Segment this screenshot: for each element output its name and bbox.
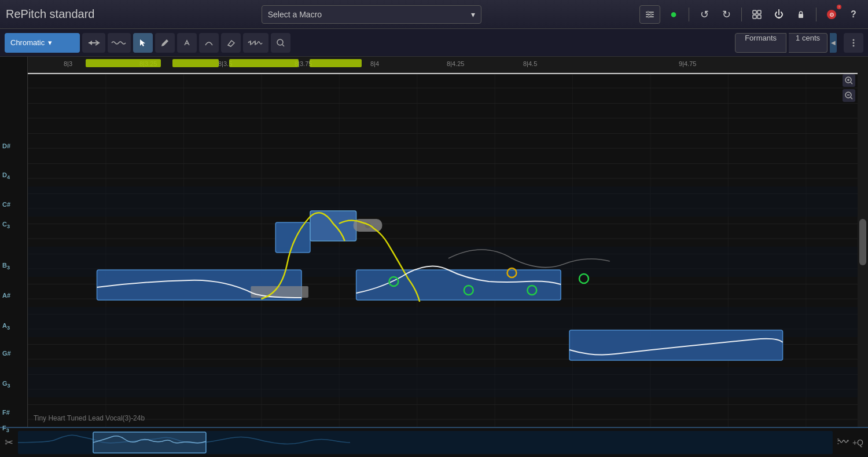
svg-rect-10 bbox=[757, 10, 761, 14]
lock-icon bbox=[796, 10, 806, 19]
center-line bbox=[28, 73, 858, 74]
mark-8-3: 8|3 bbox=[64, 60, 72, 67]
macro-settings-button[interactable] bbox=[639, 5, 660, 24]
pitch-label-b3: B3 bbox=[2, 262, 10, 270]
pitch-label-as: A# bbox=[2, 292, 10, 299]
waveform-icon bbox=[111, 38, 128, 47]
pitch-label-fs: F# bbox=[2, 409, 10, 416]
pitch-label-a3: A3 bbox=[2, 322, 10, 331]
pitch-label-ds: D# bbox=[2, 142, 10, 149]
follow-icon bbox=[87, 38, 100, 47]
scissors-button[interactable]: ✂ bbox=[5, 436, 13, 449]
note-block-3[interactable] bbox=[310, 211, 356, 241]
search-icon bbox=[276, 38, 285, 47]
waveform-button[interactable] bbox=[108, 33, 131, 53]
svg-point-21 bbox=[853, 42, 855, 43]
curve-tool-button[interactable] bbox=[199, 33, 219, 53]
zoom-out-icon bbox=[845, 92, 853, 100]
help-button[interactable]: ? bbox=[845, 6, 862, 23]
pitch-label-f3: F3 bbox=[2, 425, 9, 433]
pen-tool-button[interactable] bbox=[177, 33, 197, 53]
pitch-label-d4: D4 bbox=[2, 171, 10, 180]
zoom-out-button[interactable] bbox=[843, 89, 855, 102]
timeline-segment-3 bbox=[229, 59, 299, 67]
divider-3 bbox=[816, 8, 816, 21]
cents-value: 1 cents bbox=[796, 34, 820, 42]
piano-keys: D# D4 C# C3 B3 A# A3 G# G3 F# F3 bbox=[0, 57, 28, 427]
undo-button[interactable]: ↺ bbox=[696, 6, 713, 23]
mark-8-4-5: 8|4.5 bbox=[523, 60, 537, 67]
pencil-icon bbox=[160, 38, 170, 47]
select-icon bbox=[138, 38, 148, 47]
eraser-tool-button[interactable] bbox=[221, 33, 241, 53]
mark-8-4: 8|4 bbox=[370, 60, 379, 67]
logo-standard: standard bbox=[50, 8, 95, 20]
pitch-label-c3: C3 bbox=[2, 221, 10, 229]
follow-playhead-button[interactable] bbox=[82, 33, 105, 53]
scroll-thumb[interactable] bbox=[859, 219, 866, 265]
chromatic-arrow: ▾ bbox=[48, 38, 52, 47]
bottom-bar: ✂ +Q bbox=[0, 427, 868, 457]
divider-1 bbox=[689, 8, 689, 21]
logo-repitch: RePitch bbox=[6, 8, 46, 20]
pitch-label-g3: G3 bbox=[2, 380, 10, 389]
extra-tools-button[interactable] bbox=[844, 33, 863, 53]
search-tool-button[interactable] bbox=[271, 33, 290, 53]
svg-line-19 bbox=[282, 45, 284, 46]
zoom-in-button[interactable] bbox=[843, 74, 855, 87]
pitch-editor-svg[interactable]: Tiny Heart Tuned Lead Vocal(3)-24b bbox=[28, 73, 858, 427]
file-label-text: Tiny Heart Tuned Lead Vocal(3)-24b bbox=[34, 414, 145, 422]
svg-line-29 bbox=[851, 82, 852, 84]
waveform-toggle-icon bbox=[837, 437, 849, 446]
svg-rect-13 bbox=[799, 14, 803, 18]
redo-button[interactable]: ↻ bbox=[718, 6, 735, 23]
formants-button[interactable]: Formants bbox=[735, 33, 786, 53]
black-key-row-2 bbox=[28, 187, 858, 217]
eraser-icon bbox=[226, 38, 236, 47]
timeline-segment-4 bbox=[310, 59, 362, 67]
pen-icon bbox=[182, 38, 192, 47]
right-scrollbar[interactable] bbox=[858, 57, 868, 427]
zoom-in-icon bbox=[845, 76, 853, 85]
cents-expand-button[interactable]: ◀ bbox=[830, 33, 837, 53]
zoom-controls bbox=[843, 74, 855, 102]
chromatic-dropdown[interactable]: Chromatic ▾ bbox=[5, 33, 80, 53]
lock-button[interactable] bbox=[792, 6, 810, 23]
main-canvas[interactable]: 8|3 8|3.25 8|3.5 8|3.75 8|4 8|4.25 8|4.5… bbox=[28, 57, 858, 427]
squiggle-tool-button[interactable] bbox=[243, 33, 269, 53]
grid-button[interactable] bbox=[748, 6, 766, 23]
squiggle-icon bbox=[247, 38, 264, 47]
svg-point-18 bbox=[277, 39, 283, 45]
note-block-5[interactable] bbox=[569, 330, 782, 360]
timeline-segment-1 bbox=[86, 59, 161, 67]
svg-rect-11 bbox=[753, 15, 756, 19]
svg-rect-12 bbox=[757, 15, 761, 19]
svg-text:⚙: ⚙ bbox=[829, 12, 834, 18]
note-block-grey-1[interactable] bbox=[251, 286, 308, 298]
waveform-overview[interactable] bbox=[18, 431, 833, 454]
timeline-segment-2 bbox=[172, 59, 219, 67]
bottom-right-icons: +Q bbox=[837, 437, 863, 448]
svg-point-20 bbox=[853, 39, 855, 41]
macro-dropdown-arrow: ▾ bbox=[471, 10, 475, 19]
pitch-label-gs: G# bbox=[2, 350, 11, 357]
extra-icon bbox=[849, 38, 858, 47]
macro-select-dropdown[interactable]: Select a Macro ▾ bbox=[262, 5, 481, 24]
cents-display[interactable]: 1 cents bbox=[789, 33, 827, 53]
timeline-ruler: 8|3 8|3.25 8|3.5 8|3.75 8|4 8|4.25 8|4.5… bbox=[28, 57, 858, 73]
chromatic-label: Chromatic bbox=[10, 38, 45, 47]
waveform-toggle-button[interactable] bbox=[837, 437, 849, 448]
select-tool-button[interactable] bbox=[133, 33, 153, 53]
zoom-fit-button[interactable]: +Q bbox=[852, 438, 863, 447]
note-block-2[interactable] bbox=[275, 222, 310, 253]
status-green-button[interactable]: ● bbox=[665, 6, 682, 23]
power-button[interactable]: ⏻ bbox=[770, 6, 788, 23]
settings-icon: ⚙ bbox=[826, 9, 837, 20]
top-bar: RePitch standard Select a Macro ▾ ● ↺ ↻ bbox=[0, 0, 868, 29]
pitch-label-cs: C# bbox=[2, 201, 10, 208]
black-key-row-4 bbox=[28, 367, 858, 397]
settings-button[interactable]: ⚙ ! bbox=[823, 6, 840, 23]
pencil-tool-button[interactable] bbox=[155, 33, 175, 53]
svg-line-32 bbox=[851, 97, 852, 99]
mark-9-4-75: 9|4.75 bbox=[679, 60, 696, 67]
